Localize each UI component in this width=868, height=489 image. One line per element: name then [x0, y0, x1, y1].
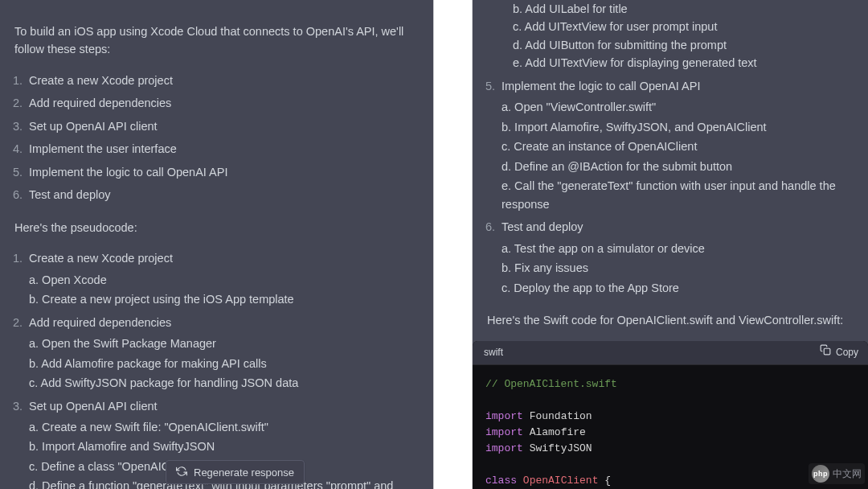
list-item: Implement the user interface: [26, 140, 419, 158]
substep: a. Open "ViewController.swift": [502, 98, 854, 116]
list-item: Create a new Xcode project: [26, 72, 419, 89]
assistant-response-right: b. Add UILabel for title c. Add UITextVi…: [473, 0, 868, 489]
substep: d. Add UIButton for submitting the promp…: [513, 36, 854, 54]
substep: b. Add Alamofire package for making API …: [29, 355, 419, 372]
list-item: Implement the logic to call OpenAI API: [26, 163, 419, 181]
intro-paragraph: To build an iOS app using Xcode Cloud th…: [14, 23, 419, 59]
page-gutter: [433, 0, 473, 489]
substep: d. Define an @IBAction for the submit bu…: [502, 158, 854, 175]
substep: b. Import Alamofire and SwiftyJSON: [29, 438, 419, 455]
copy-code-button[interactable]: Copy: [820, 344, 858, 360]
step-title: Implement the logic to call OpenAI API: [502, 80, 700, 92]
steps-short-list: Create a new Xcode project Add required …: [14, 72, 419, 204]
code-language-label: swift: [484, 345, 503, 360]
code-content[interactable]: // OpenAIClient.swift import Foundation …: [473, 365, 868, 490]
svg-rect-0: [824, 348, 830, 355]
list-item: Create a new Xcode project a. Open Xcode…: [26, 249, 419, 308]
step-title: Test and deploy: [502, 220, 583, 233]
substep: b. Fix any issues: [502, 259, 854, 277]
substep: a. Open Xcode: [29, 271, 419, 289]
substep: c. Create an instance of OpenAIClient: [502, 138, 854, 155]
copy-label: Copy: [836, 345, 858, 360]
step-title: Add required dependencies: [29, 316, 171, 329]
pseudocode-intro: Here's the pseudocode:: [14, 219, 419, 236]
substep: a. Create a new Swift file: "OpenAIClien…: [29, 418, 419, 436]
list-item: Implement the logic to call OpenAI API a…: [498, 77, 854, 213]
clipboard-icon: [820, 344, 831, 360]
step-title: Set up OpenAI API client: [29, 400, 158, 413]
substep: b. Create a new project using the iOS Ap…: [29, 290, 419, 308]
steps-long-list: Create a new Xcode project a. Open Xcode…: [14, 249, 419, 489]
list-item: Add required dependencies: [26, 94, 419, 112]
substep: a. Test the app on a simulator or device: [502, 240, 854, 257]
list-item: Test and deploy a. Test the app on a sim…: [498, 218, 854, 297]
continued-substeps: b. Add UILabel for title c. Add UITextVi…: [487, 0, 854, 72]
regenerate-label: Regenerate response: [194, 467, 294, 478]
list-item: Add required dependencies a. Open the Sw…: [26, 314, 419, 392]
code-toolbar: swift Copy: [473, 341, 868, 365]
substep: e. Call the "generateText" function with…: [502, 177, 854, 213]
substep: b. Import Alamofire, SwiftyJSON, and Ope…: [502, 118, 854, 136]
substep: a. Open the Swift Package Manager: [29, 335, 419, 352]
substep: c. Add SwiftyJSON package for handling J…: [29, 374, 419, 392]
substep: c. Deploy the app to the App Store: [502, 279, 854, 297]
substep: c. Add UITextView for user prompt input: [513, 18, 854, 35]
substep: b. Add UILabel for title: [513, 0, 854, 18]
code-intro: Here's the Swift code for OpenAIClient.s…: [487, 311, 854, 329]
substep: e. Add UITextView for displaying generat…: [513, 54, 854, 72]
refresh-icon: [176, 466, 187, 479]
code-block: swift Copy // OpenAIClient.swift import …: [473, 341, 868, 490]
assistant-response-left: To build an iOS app using Xcode Cloud th…: [0, 0, 433, 489]
list-item: Set up OpenAI API client: [26, 117, 419, 135]
list-item: Test and deploy: [26, 186, 419, 203]
step-title: Create a new Xcode project: [29, 252, 173, 265]
regenerate-response-button[interactable]: Regenerate response: [166, 460, 305, 484]
steps-continued-list: Implement the logic to call OpenAI API a…: [487, 77, 854, 297]
